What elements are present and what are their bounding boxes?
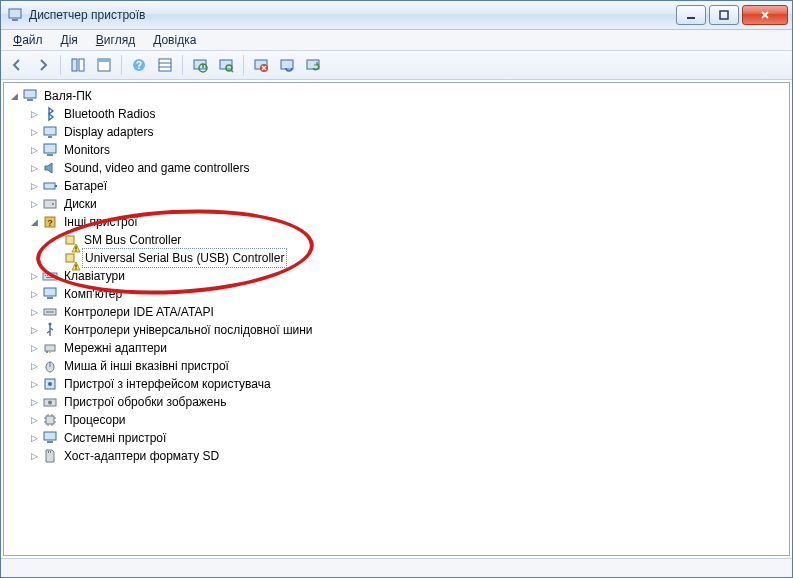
expand-icon[interactable]: ▷: [26, 160, 42, 176]
expand-icon[interactable]: ▷: [26, 340, 42, 356]
svg-rect-7: [98, 59, 110, 62]
svg-rect-1: [12, 19, 18, 21]
expand-icon[interactable]: ▷: [26, 430, 42, 446]
svg-rect-24: [24, 90, 36, 98]
tree-category[interactable]: ▷Клавіатури: [6, 267, 787, 285]
device-tree: ◢ Валя-ПК ▷Bluetooth Radios▷Display adap…: [4, 83, 789, 469]
tree-category[interactable]: ▷Хост-адаптери формату SD: [6, 447, 787, 465]
tree-category[interactable]: ▷Комп'ютер: [6, 285, 787, 303]
disable-button[interactable]: [275, 53, 299, 77]
category-icon: [42, 304, 58, 320]
tree-category[interactable]: ▷Миша й інші вказівні пристрої: [6, 357, 787, 375]
category-icon: [42, 412, 58, 428]
expand-icon[interactable]: ▷: [26, 448, 42, 464]
category-icon: [42, 286, 58, 302]
statusbar: [1, 558, 792, 577]
tree-category[interactable]: ▷Display adapters: [6, 123, 787, 141]
expand-icon[interactable]: ▷: [26, 268, 42, 284]
scan-hardware-button[interactable]: [214, 53, 238, 77]
category-label: Контролери IDE ATA/ATAPI: [62, 303, 216, 321]
tree-category[interactable]: ▷Пристрої з інтерфейсом користувача: [6, 375, 787, 393]
category-icon: [42, 124, 58, 140]
expand-icon[interactable]: ▷: [26, 394, 42, 410]
svg-rect-0: [9, 9, 21, 18]
update-driver-button[interactable]: [188, 53, 212, 77]
expand-icon[interactable]: ▷: [26, 358, 42, 374]
svg-point-55: [46, 351, 48, 353]
category-label: Процесори: [62, 411, 128, 429]
expand-icon[interactable]: ▷: [26, 412, 42, 428]
device-tree-panel[interactable]: ◢ Валя-ПК ▷Bluetooth Radios▷Display adap…: [3, 82, 790, 556]
expand-icon[interactable]: ▷: [26, 106, 42, 122]
category-label: Інші пристрої: [62, 213, 140, 231]
category-label: Диски: [62, 195, 99, 213]
category-icon: [42, 430, 58, 446]
menu-file[interactable]: Файл: [5, 32, 51, 48]
menu-action[interactable]: Дія: [53, 32, 86, 48]
tree-category[interactable]: ▷Bluetooth Radios: [6, 105, 787, 123]
category-icon: [42, 142, 58, 158]
expand-icon[interactable]: ▷: [26, 376, 42, 392]
tree-children: ▷Bluetooth Radios▷Display adapters▷Monit…: [6, 105, 787, 465]
expand-icon[interactable]: ▷: [26, 304, 42, 320]
tree-category[interactable]: ▷Sound, video and game controllers: [6, 159, 787, 177]
expand-icon[interactable]: ▷: [26, 178, 42, 194]
tree-category[interactable]: ▷Батареї: [6, 177, 787, 195]
tree-category[interactable]: ▷Мережні адаптери: [6, 339, 787, 357]
svg-rect-43: [45, 275, 46, 276]
toolbar-separator: [182, 55, 183, 75]
tree-device[interactable]: SM Bus Controller: [6, 231, 787, 249]
properties-button[interactable]: [92, 53, 116, 77]
collapse-icon[interactable]: ◢: [6, 88, 22, 104]
tree-category[interactable]: ▷Диски: [6, 195, 787, 213]
category-icon: [42, 358, 58, 374]
expand-icon[interactable]: ▷: [26, 196, 42, 212]
expand-icon[interactable]: ▷: [26, 124, 42, 140]
collapse-icon[interactable]: ◢: [26, 214, 42, 230]
svg-rect-36: [66, 236, 74, 244]
tree-category[interactable]: ▷Процесори: [6, 411, 787, 429]
tree-category[interactable]: ▷Контролери IDE ATA/ATAPI: [6, 303, 787, 321]
category-label: Системні пристрої: [62, 429, 168, 447]
svg-point-33: [52, 203, 54, 205]
expand-icon[interactable]: ▷: [26, 286, 42, 302]
enable-button[interactable]: [301, 53, 325, 77]
back-button[interactable]: [5, 53, 29, 77]
svg-rect-52: [46, 311, 54, 313]
tree-category[interactable]: ◢?Інші пристрої: [6, 213, 787, 231]
help-button[interactable]: ?: [127, 53, 151, 77]
expand-icon[interactable]: ▷: [26, 322, 42, 338]
expand-icon[interactable]: ▷: [26, 142, 42, 158]
svg-rect-45: [49, 275, 50, 276]
tree-device[interactable]: Universal Serial Bus (USB) Controller: [6, 249, 787, 267]
category-label: Клавіатури: [62, 267, 127, 285]
uninstall-button[interactable]: [249, 53, 273, 77]
app-icon: [7, 7, 23, 23]
category-icon: [42, 106, 58, 122]
tree-root[interactable]: ◢ Валя-ПК: [6, 87, 787, 105]
device-icon: [62, 250, 78, 266]
maximize-button[interactable]: [709, 5, 739, 25]
tree-category[interactable]: ▷Monitors: [6, 141, 787, 159]
minimize-button[interactable]: [676, 5, 706, 25]
category-icon: [42, 376, 58, 392]
svg-rect-10: [159, 59, 171, 71]
svg-rect-22: [281, 60, 293, 69]
tree-category[interactable]: ▷Пристрої обробки зображень: [6, 393, 787, 411]
tree-category[interactable]: ▷Контролери універсальної послідовної ши…: [6, 321, 787, 339]
svg-rect-32: [44, 200, 56, 208]
menu-view[interactable]: Вигляд: [88, 32, 143, 48]
tree-category[interactable]: ▷Системні пристрої: [6, 429, 787, 447]
view-button[interactable]: [153, 53, 177, 77]
forward-button[interactable]: [31, 53, 55, 77]
body: ◢ Валя-ПК ▷Bluetooth Radios▷Display adap…: [1, 80, 792, 558]
show-hide-tree-button[interactable]: [66, 53, 90, 77]
svg-rect-49: [44, 288, 56, 296]
category-label: Контролери універсальної послідовної шин…: [62, 321, 315, 339]
computer-icon: [22, 88, 38, 104]
category-label: Sound, video and game controllers: [62, 159, 251, 177]
category-label: Хост-адаптери формату SD: [62, 447, 221, 465]
svg-point-53: [49, 323, 52, 326]
close-button[interactable]: [742, 5, 788, 25]
menu-help[interactable]: Довідка: [145, 32, 204, 48]
